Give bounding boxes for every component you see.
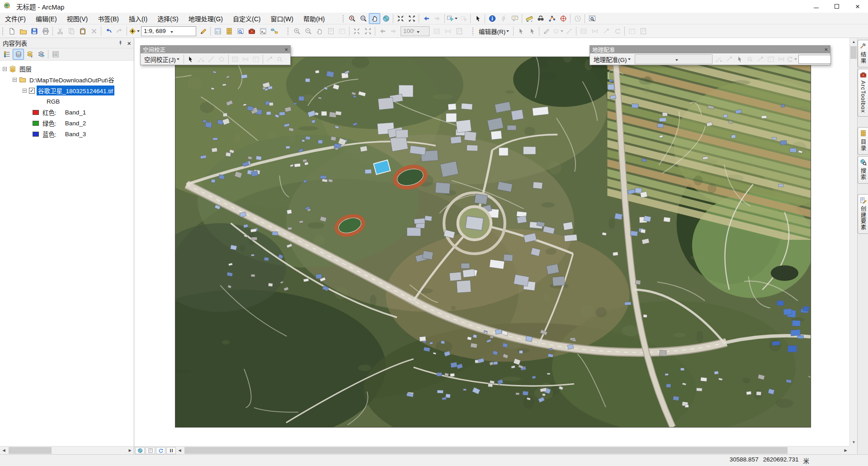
tree-item-label[interactable]: 红色: — [41, 107, 58, 117]
toc-options-button[interactable] — [50, 49, 61, 60]
menu-8[interactable]: 自定义(C) — [228, 13, 265, 24]
toc-close-icon[interactable]: × — [127, 40, 131, 47]
layout-view-button[interactable] — [146, 447, 155, 454]
toc-horizontal-scrollbar[interactable]: ◀ ▶ — [0, 446, 134, 454]
modelbuilder-button[interactable] — [269, 26, 280, 37]
undo-button[interactable] — [103, 26, 114, 37]
spatial-adjustment-menu[interactable]: 空间校正(J) — [142, 54, 182, 64]
catalog-window-button[interactable] — [223, 26, 235, 37]
select-elements-button[interactable] — [472, 13, 483, 24]
refresh-view-button[interactable] — [156, 447, 165, 454]
new-document-button[interactable] — [6, 26, 17, 37]
tree-expander-icon[interactable] — [3, 67, 7, 71]
tab-创建要素[interactable]: 创建要素 — [858, 194, 868, 234]
menu-10[interactable]: 帮助(H) — [298, 13, 330, 24]
selected-layer-label[interactable]: 谷歌卫星_180325124641.tif — [37, 86, 114, 95]
map-canvas[interactable]: 空间校正 × 空间校正(J) 地理配准 × 地理配准(G) — [134, 38, 849, 446]
rotation-input[interactable] — [798, 55, 831, 64]
satellite-map-image[interactable] — [175, 57, 811, 427]
list-by-visibility-button[interactable] — [24, 49, 35, 60]
zoom-in-button[interactable] — [346, 13, 358, 24]
menu-3[interactable]: 视图(V) — [62, 13, 93, 24]
tree-item-label[interactable]: RGB — [45, 98, 61, 105]
spatial-adjustment-window[interactable]: 空间校正 × 空间校正(J) — [140, 45, 291, 65]
python-window-button[interactable] — [257, 26, 269, 37]
measure-button[interactable] — [524, 13, 535, 24]
open-document-button[interactable] — [17, 26, 28, 37]
layer-visibility-checkbox[interactable]: ✓ — [29, 88, 35, 94]
menu-4[interactable]: 书签(B) — [93, 13, 124, 24]
scroll-left-icon[interactable]: ◀ — [0, 447, 8, 454]
band-color-swatch[interactable] — [33, 110, 39, 115]
arctoolbox-window-button[interactable] — [246, 26, 257, 37]
maximize-button[interactable] — [826, 0, 847, 13]
list-by-source-button[interactable] — [13, 49, 24, 60]
find-route-button[interactable] — [546, 13, 557, 24]
go-to-xy-button[interactable] — [557, 13, 569, 24]
menu-2[interactable]: 编辑(E) — [31, 13, 62, 24]
georeferencing-window[interactable]: 地理配准 × 地理配准(G) — [590, 45, 830, 65]
toc-window-button[interactable] — [212, 26, 223, 37]
tree-item-label[interactable]: 蓝色: — [41, 129, 58, 139]
tab-搜索[interactable]: 搜索 — [858, 156, 868, 184]
select-link-tool-button[interactable] — [185, 54, 196, 64]
scroll-up-icon[interactable]: ▲ — [850, 38, 858, 46]
full-extent-button[interactable] — [380, 13, 392, 24]
spatial-adjustment-titlebar[interactable]: 空间校正 × — [141, 46, 290, 53]
layer-tree-row[interactable]: RGB — [0, 96, 134, 107]
menu-9[interactable]: 窗口(W) — [265, 13, 298, 24]
find-button[interactable] — [535, 13, 546, 24]
tree-expander-icon[interactable] — [13, 78, 17, 82]
editor-menu[interactable]: 编辑器(R) — [476, 26, 512, 36]
select-features-button[interactable] — [446, 13, 458, 24]
tree-item-label[interactable]: 图层 — [18, 64, 33, 74]
editor-pencil-button[interactable] — [198, 26, 209, 37]
viewer-window-button[interactable] — [586, 13, 598, 24]
back-extent-button[interactable] — [420, 13, 432, 24]
close-button[interactable]: × — [847, 0, 868, 13]
georeferencing-close-icon[interactable]: × — [824, 47, 828, 52]
spatial-adjustment-close-icon[interactable]: × — [284, 47, 288, 52]
list-by-selection-button[interactable] — [35, 49, 47, 60]
scroll-right-icon[interactable]: ▶ — [842, 447, 849, 454]
tree-item-label[interactable]: 绿色: — [41, 118, 58, 128]
tab-结果[interactable]: 结果 — [858, 40, 868, 67]
menu-6[interactable]: 选择(S) — [152, 13, 184, 24]
identify-button[interactable] — [486, 13, 498, 24]
scroll-right-icon[interactable]: ▶ — [126, 447, 134, 454]
georeferencing-titlebar[interactable]: 地理配准 × — [590, 46, 830, 53]
pause-drawing-button[interactable] — [166, 447, 176, 454]
tab-ArcToolbox[interactable]: ArcToolbox — [858, 69, 868, 117]
scroll-down-icon[interactable]: ▼ — [850, 438, 858, 446]
band-color-swatch[interactable] — [33, 121, 39, 126]
layer-tree-row[interactable]: D:\MapTileDownload\OutPut\谷 — [0, 74, 134, 85]
zoom-out-button[interactable] — [358, 13, 369, 24]
layer-tree-row[interactable]: ✓谷歌卫星_180325124641.tif — [0, 85, 134, 96]
menu-1[interactable]: 文件(F) — [0, 13, 31, 24]
add-data-button[interactable] — [128, 26, 140, 37]
georeferencing-menu[interactable]: 地理配准(G) — [591, 54, 633, 64]
scale-combobox[interactable]: 1:9, 689 — [141, 26, 196, 36]
scroll-left-icon[interactable]: ◀ — [176, 447, 184, 454]
layer-tree-row[interactable]: 绿色:Band_2 — [0, 118, 134, 128]
pin-icon[interactable] — [118, 40, 123, 46]
tab-目录[interactable]: 目录 — [858, 127, 868, 155]
list-by-drawing-order-button[interactable] — [1, 49, 13, 60]
save-button[interactable] — [28, 26, 40, 37]
html-popup-button[interactable] — [509, 13, 520, 24]
fixed-zoom-in-button[interactable] — [395, 13, 406, 24]
pan-button[interactable] — [369, 13, 380, 24]
minimize-button[interactable] — [806, 0, 826, 13]
tree-item-label[interactable]: D:\MapTileDownload\OutPut\谷 — [28, 75, 116, 85]
band-color-swatch[interactable] — [33, 132, 39, 137]
menu-5[interactable]: 插入(I) — [124, 13, 152, 24]
layer-tree-row[interactable]: 蓝色:Band_3 — [0, 128, 134, 139]
map-vertical-scrollbar[interactable]: ▲ ▼ — [849, 38, 857, 446]
print-button[interactable] — [40, 26, 51, 37]
paste-button[interactable] — [77, 26, 88, 37]
menu-7[interactable]: 地理处理(G) — [184, 13, 228, 24]
fixed-zoom-out-button[interactable] — [406, 13, 417, 24]
layer-tree-row[interactable]: 红色:Band_1 — [0, 107, 134, 118]
data-view-button[interactable] — [135, 447, 145, 454]
tree-expander-icon[interactable] — [23, 89, 27, 93]
